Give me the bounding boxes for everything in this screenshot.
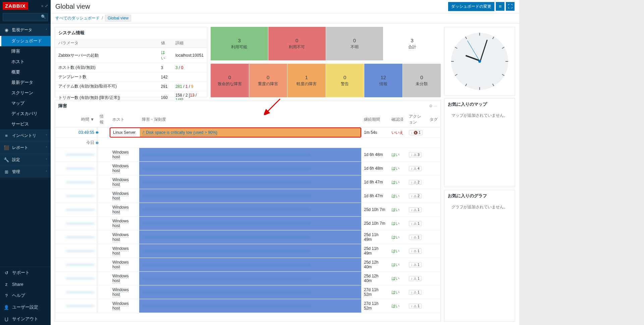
problem-row[interactable]: ———————Windows host—————————————————————… — [55, 285, 440, 299]
ack-link[interactable]: はい — [389, 203, 406, 217]
footer-item[interactable]: zShare — [0, 279, 51, 290]
nav-item[interactable]: 概要 — [0, 67, 51, 77]
host-link[interactable]: Windows host — [112, 246, 129, 256]
problem-row[interactable]: ———————Windows host—————————————————————… — [55, 272, 440, 285]
sysinfo-title: システム情報 — [55, 27, 207, 39]
logo[interactable]: ZABBIX — [3, 2, 28, 10]
host-link[interactable]: Windows host — [112, 177, 129, 187]
action-badge[interactable]: ↓⚠1 — [409, 207, 422, 212]
severity-stat-card[interactable]: 0未分類 — [403, 64, 441, 97]
footer-item[interactable]: ⋃サインアウト — [0, 313, 51, 325]
nav-item[interactable]: マップ — [0, 98, 51, 109]
nav-item[interactable]: ディスカバリ — [0, 109, 51, 119]
nav-section[interactable]: ⊞管理˅ — [0, 166, 51, 178]
problem-row[interactable]: ———————Windows host—————————————————————… — [55, 258, 440, 272]
ack-link[interactable]: はい — [389, 189, 406, 203]
problem-row[interactable]: ———————Windows host—————————————————————… — [55, 175, 440, 189]
nav-section[interactable]: ⬛レポート˅ — [0, 142, 51, 154]
nav-section-label: 監視データ — [12, 27, 32, 33]
severity-stat-card[interactable]: 1軽度の障害 — [287, 64, 326, 97]
host-stat-card[interactable]: 3利用可能 — [211, 27, 268, 60]
host-link[interactable]: Windows host — [112, 219, 129, 228]
host-link[interactable]: Windows host — [112, 205, 129, 215]
problem-row[interactable]: ———————Windows host—————————————————————… — [55, 203, 440, 217]
chevron-icon: ˅ — [46, 134, 47, 138]
problem-row[interactable]: ———————Windows host—————————————————————… — [55, 189, 440, 203]
ack-link[interactable]: はい — [389, 230, 406, 244]
action-badge[interactable]: ↓🔇1 — [409, 130, 423, 135]
footer-icon: ↺ — [3, 270, 9, 275]
host-link[interactable]: Windows host — [112, 274, 129, 283]
action-badge[interactable]: ↓⚠2 — [409, 180, 422, 185]
problem-row[interactable]: 03:49:55Linux Server/: Disk space is cri… — [55, 127, 440, 138]
problem-row[interactable]: ———————Windows host—————————————————————… — [55, 162, 440, 175]
ack-link[interactable]: はい — [389, 258, 406, 272]
problem-row[interactable]: ———————Windows host—————————————————————… — [55, 148, 440, 162]
host-link[interactable]: Windows host — [112, 260, 129, 270]
menu-button[interactable]: ≡ — [496, 2, 504, 11]
action-badge[interactable]: ↓⚠1 — [409, 262, 422, 267]
action-badge[interactable]: ↓⚠1 — [409, 276, 422, 281]
problem-row[interactable]: ———————Windows host—————————————————————… — [55, 230, 440, 244]
footer-item[interactable]: ↺サポート — [0, 267, 51, 279]
breadcrumb: すべてのダッシュボード / Global view — [51, 13, 519, 23]
ack-link[interactable]: はい — [389, 162, 406, 175]
action-badge[interactable]: ↓⚠4 — [409, 166, 422, 171]
action-badge[interactable]: ↓⚠2 — [409, 194, 422, 199]
host-link[interactable]: Windows host — [112, 164, 129, 173]
search-icon[interactable]: 🔍 — [41, 14, 46, 19]
host-link[interactable]: Windows host — [112, 287, 129, 297]
nav-section[interactable]: ≡インベントリ˅ — [0, 129, 51, 142]
nav-item[interactable]: ホスト — [0, 57, 51, 67]
severity-stat-card[interactable]: 0重度の障害 — [249, 64, 287, 97]
action-badge[interactable]: ↓⚠1 — [409, 249, 422, 254]
host-link[interactable]: Windows host — [112, 191, 129, 201]
host-link[interactable]: Windows host — [112, 301, 129, 311]
problem-row[interactable]: ———————Windows host—————————————————————… — [55, 299, 440, 313]
problem-row[interactable]: ———————Windows host—————————————————————… — [55, 244, 440, 258]
nav-section[interactable]: 🔧設定˅ — [0, 154, 51, 166]
nav-section-icon: ◉ — [3, 28, 9, 33]
ack-link[interactable]: はい — [389, 244, 406, 258]
ack-link[interactable]: はい — [389, 299, 406, 313]
action-badge[interactable]: ↓⚠1 — [409, 304, 422, 309]
footer-item[interactable]: 👤ユーザー設定 — [0, 302, 51, 313]
gear-icon[interactable]: ⚙ ··· — [426, 101, 440, 111]
host-stat-card[interactable]: 0不明 — [326, 27, 383, 60]
fullscreen-button[interactable]: ⛶ — [506, 2, 515, 11]
ack-link[interactable]: はい — [389, 148, 406, 162]
problem-row[interactable]: ———————Windows host—————————————————————… — [55, 217, 440, 230]
nav-item[interactable]: 最新データ — [0, 77, 51, 88]
expand-icon[interactable]: ⤢ — [45, 4, 48, 8]
footer-item[interactable]: ?ヘルプ — [0, 290, 51, 302]
action-badge[interactable]: ↓⚠1 — [409, 235, 422, 240]
action-badge[interactable]: ↓⚠1 — [409, 221, 422, 226]
host-link[interactable]: Windows host — [112, 150, 129, 160]
severity-stat-card[interactable]: 0致命的な障害 — [211, 64, 249, 97]
breadcrumb-current[interactable]: Global view — [105, 15, 131, 21]
host-stat-card[interactable]: 0利用不可 — [268, 27, 326, 60]
nav-item[interactable]: スクリーン — [0, 88, 51, 98]
clock-widget — [444, 27, 515, 96]
nav-item[interactable]: サービス — [0, 119, 51, 129]
action-badge[interactable]: ↓⚠1 — [409, 290, 422, 295]
ack-link[interactable]: いいえ — [389, 127, 406, 138]
nav-item[interactable]: ダッシュボード — [0, 36, 51, 46]
ack-link[interactable]: はい — [389, 175, 406, 189]
edit-dashboard-button[interactable]: ダッシュボードの変更 — [448, 2, 494, 11]
ack-link[interactable]: はい — [389, 272, 406, 285]
nav-section[interactable]: ◉監視データ˄ — [0, 24, 51, 36]
host-link[interactable]: Linux Server — [113, 130, 136, 135]
severity-stat-card[interactable]: 12情報 — [364, 64, 402, 97]
problem-link[interactable]: /: Disk space is critically low (used > … — [143, 130, 217, 135]
ack-link[interactable]: はい — [389, 217, 406, 230]
host-link[interactable]: Windows host — [112, 232, 129, 242]
ack-link[interactable]: はい — [389, 285, 406, 299]
nav-item[interactable]: 障害 — [0, 46, 51, 57]
action-badge[interactable]: ↓⚠3 — [409, 152, 422, 157]
sidebar: ZABBIX « ⤢ 🔍 ◉監視データ˄ダッシュボード障害ホスト概要最新データス… — [0, 0, 51, 325]
collapse-icon[interactable]: « — [41, 4, 43, 8]
breadcrumb-all[interactable]: すべてのダッシュボード — [55, 16, 100, 20]
severity-stat-card[interactable]: 0警告 — [326, 64, 364, 97]
host-stat-card[interactable]: 3合計 — [383, 27, 441, 60]
